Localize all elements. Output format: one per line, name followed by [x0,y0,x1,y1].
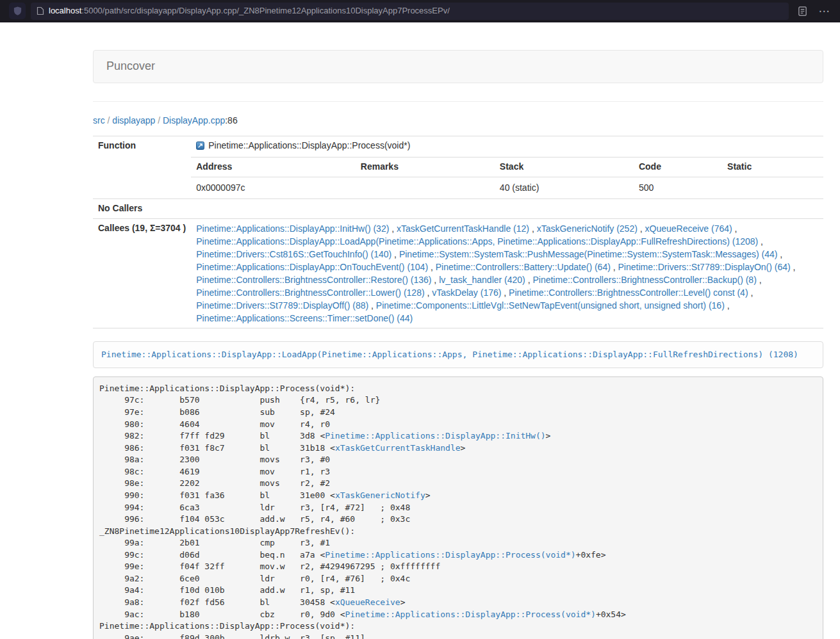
largest-callee-link[interactable]: Pinetime::Applications::DisplayApp::Load… [101,350,798,359]
address-cell: 0x0000097c [191,177,356,198]
code-symbol-link[interactable]: Pinetime::Applications::DisplayApp::Proc… [345,610,596,619]
callees-row: Callees (19, Σ=3704 ) Pinetime::Applicat… [93,218,823,328]
navbar: Puncover [93,50,823,83]
code-symbol-link[interactable]: xQueueReceive [335,597,400,607]
highlight-box: Pinetime::Applications::DisplayApp::Load… [93,341,823,368]
symbol-table: Function [93,136,823,328]
no-callers-label: No Callers [93,198,191,218]
stats-row: Address Remarks Stack Code Static 0x0000… [93,157,823,198]
callee-link[interactable]: Pinetime::Controllers::BrightnessControl… [509,287,748,298]
code-symbol-link[interactable]: xTaskGenericNotify [335,490,425,500]
callee-link[interactable]: xTaskGenericNotify (252) [537,223,638,234]
browser-menu-button[interactable]: ⋯ [816,3,832,19]
code-line: 9a2: 6ce0 ldr r0, [r4, #76] ; 0x4c [99,573,817,585]
callee-link[interactable]: xTaskGetCurrentTaskHandle (12) [397,223,529,234]
callee-link[interactable]: Pinetime::Applications::DisplayApp::OnTo… [196,262,428,272]
code-line: 98e: 2202 movs r2, #2 [99,478,817,490]
callee-link[interactable]: Pinetime::Components::LittleVgl::SetNewT… [376,300,725,311]
breadcrumb-separator: / [105,115,113,125]
page-icon [37,6,44,15]
reader-view-icon [798,6,807,16]
code-line: _ZN8Pinetime12Applications10DisplayApp7R… [99,526,817,538]
code-symbol-link[interactable]: xTaskGetCurrentTaskHandle [335,443,461,453]
callee-link[interactable]: Pinetime::Applications::DisplayApp::Load… [196,236,758,247]
code-line: 994: 6ca3 ldr r3, [r4, #72] ; 0x48 [99,502,817,514]
callee-link[interactable]: Pinetime::Controllers::BrightnessControl… [196,275,431,285]
function-name: Pinetime::Applications::DisplayApp::Proc… [208,140,410,150]
code-line: Pinetime::Applications::DisplayApp::Proc… [99,383,817,395]
callee-link[interactable]: Pinetime::Controllers::Battery::Update()… [436,262,611,272]
code-line: 9ae: f89d 300b ldrb.w r3, [sp, #11] [99,633,817,639]
callee-link[interactable]: Pinetime::Drivers::St7789::DisplayOn() (… [618,262,791,272]
code-cell: 500 [634,177,722,198]
code-line: 986: f031 f8c7 bl 31b18 <xTaskGetCurrent… [99,442,817,455]
code-symbol-link[interactable]: Pinetime::Applications::DisplayApp::Init… [325,431,545,441]
stats-header-row: Address Remarks Stack Code Static [191,158,823,177]
breadcrumb-line-number: :86 [225,115,237,125]
browser-toolbar: localhost:5000/path/src/displayapp/Displ… [0,0,840,22]
code-line: 982: f7ff fd29 bl 3d8 <Pinetime::Applica… [99,430,817,442]
code-line: 996: f104 053c add.w r5, r4, #60 ; 0x3c [99,514,817,526]
callee-link[interactable]: lv_task_handler (420) [439,275,525,285]
code-line: 99c: d06d beq.n a7a <Pinetime::Applicati… [99,549,817,562]
code-line: 9a8: f02f fd56 bl 30458 <xQueueReceive> [99,597,817,609]
static-cell [722,177,823,198]
code-line: 98c: 4619 mov r1, r3 [99,466,817,478]
function-row: Function [93,136,823,157]
remarks-cell [356,177,495,198]
page-content: Puncover src / displayapp / DisplayApp.c… [0,22,840,639]
stack-cell: 40 (static) [495,177,634,198]
breadcrumb-link[interactable]: displayapp [112,115,155,125]
code-line: 980: 4604 mov r4, r0 [99,419,817,431]
callee-link[interactable]: Pinetime::Applications::Screens::Timer::… [196,313,413,323]
callee-link[interactable]: vTaskDelay (176) [432,287,501,298]
brand-link[interactable]: Puncover [106,58,155,75]
code-line: 97e: b086 sub sp, #24 [99,407,817,419]
url-bar[interactable]: localhost:5000/path/src/displayapp/Displ… [31,3,789,20]
code-line: 99a: 2b01 cmp r3, #1 [99,537,817,549]
method-icon [196,141,204,154]
callee-link[interactable]: Pinetime::Applications::DisplayApp::Init… [196,223,389,234]
breadcrumb: src / displayapp / DisplayApp.cpp:86 [93,115,823,127]
column-header-static: Static [722,158,823,177]
container: Puncover src / displayapp / DisplayApp.c… [93,50,823,639]
ellipsis-icon: ⋯ [819,6,830,17]
url-host: localhost [49,6,81,15]
function-label: Function [93,136,191,198]
callee-link[interactable]: xQueueReceive (764) [645,223,732,234]
url-path: :5000/path/src/displayapp/DisplayApp.cpp… [81,6,450,15]
no-callers-row: No Callers [93,198,823,218]
code-line: 98a: 2300 movs r3, #0 [99,454,817,466]
callees-label: Callees (19, Σ=3704 ) [93,218,191,328]
code-line: 97c: b570 push {r4, r5, r6, lr} [99,394,817,407]
callee-link[interactable]: Pinetime::Controllers::BrightnessControl… [196,287,424,298]
shield-icon [13,6,22,16]
breadcrumb-link[interactable]: src [93,115,105,125]
code-symbol-link[interactable]: Pinetime::Applications::DisplayApp::Proc… [325,550,575,560]
code-line: 9a4: f10d 010b add.w r1, sp, #11 [99,585,817,597]
column-header-address: Address [191,158,356,177]
code-line: 9ac: b180 cbz r0, 9d0 <Pinetime::Applica… [99,609,817,621]
callees-list: Pinetime::Applications::DisplayApp::Init… [191,218,823,328]
column-header-stack: Stack [495,158,634,177]
column-header-code: Code [634,158,722,177]
column-header-remarks: Remarks [356,158,495,177]
code-line: 99e: f04f 32ff mov.w r2, #4294967295 ; 0… [99,561,817,573]
breadcrumb-link[interactable]: DisplayApp.cpp [163,115,225,125]
reader-view-button[interactable] [794,3,811,19]
stats-values-row: 0x0000097c 40 (static) 500 [191,177,823,198]
breadcrumb-separator: / [155,115,163,125]
callee-link[interactable]: Pinetime::Drivers::Cst816S::GetTouchInfo… [196,249,391,259]
code-line: Pinetime::Applications::DisplayApp::Proc… [99,620,817,633]
callee-link[interactable]: Pinetime::System::SystemTask::PushMessag… [399,249,778,259]
code-block: Pinetime::Applications::DisplayApp::Proc… [93,376,823,639]
code-line: 990: f031 fa36 bl 31e00 <xTaskGenericNot… [99,490,817,502]
divider [93,101,823,102]
callee-link[interactable]: Pinetime::Controllers::BrightnessControl… [532,275,756,285]
url-text: localhost:5000/path/src/displayapp/Displ… [49,5,450,17]
callee-link[interactable]: Pinetime::Drivers::St7789::DisplayOff() … [196,300,368,311]
stats-table: Address Remarks Stack Code Static 0x0000… [191,158,823,198]
tracking-protection-button[interactable] [9,3,26,19]
